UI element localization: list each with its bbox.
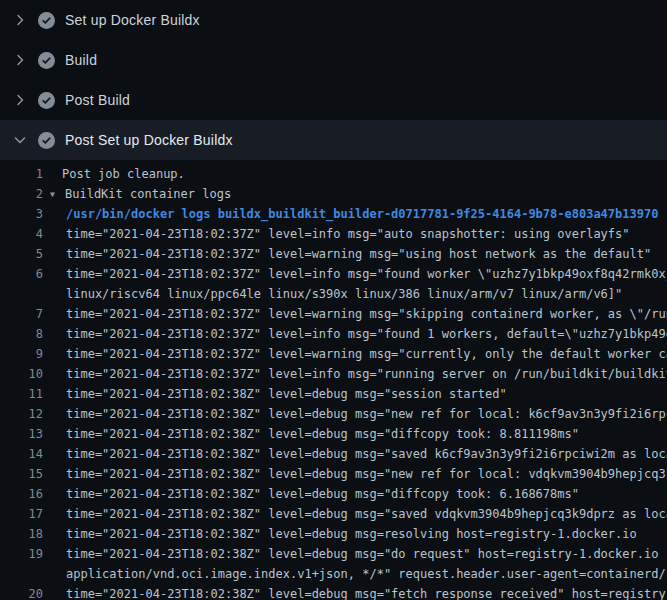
step-section-build[interactable]: Build xyxy=(0,40,667,80)
step-title: Post Build xyxy=(65,92,130,108)
log-line-text: time="2021-04-23T18:02:37Z" level=info m… xyxy=(66,364,667,384)
log-line: 10 time="2021-04-23T18:02:37Z" level=inf… xyxy=(0,364,667,384)
log-line-number[interactable]: 4 xyxy=(0,224,43,244)
log-line: 18 time="2021-04-23T18:02:38Z" level=deb… xyxy=(0,524,667,544)
chevron-right-icon xyxy=(12,92,28,108)
log-line-text: time="2021-04-23T18:02:38Z" level=debug … xyxy=(66,404,667,424)
step-section-post-build[interactable]: Post Build xyxy=(0,80,667,120)
log-line-number[interactable]: 5 xyxy=(0,244,43,264)
log-line-number[interactable]: 15 xyxy=(0,464,43,484)
log-line-number[interactable]: 18 xyxy=(0,524,43,544)
log-line-number[interactable]: 9 xyxy=(0,344,43,364)
log-line-number[interactable]: 10 xyxy=(0,364,43,384)
step-section-set-up-docker-buildx[interactable]: Set up Docker Buildx xyxy=(0,0,667,40)
log-line: 14 time="2021-04-23T18:02:38Z" level=deb… xyxy=(0,444,667,464)
log-line-text: time="2021-04-23T18:02:37Z" level=info m… xyxy=(66,224,630,244)
log-line-text: /usr/bin/docker logs buildx_buildkit_bui… xyxy=(66,204,658,224)
steps-list: Set up Docker Buildx Build Post Build Po… xyxy=(0,0,667,160)
log-line-text: Post job cleanup. xyxy=(62,164,185,184)
chevron-right-icon xyxy=(12,52,28,68)
log-line: application/vnd.oci.image.index.v1+json,… xyxy=(0,564,667,584)
log-line-number[interactable]: 1 xyxy=(0,164,43,184)
log-line: linux/riscv64 linux/ppc64le linux/s390x … xyxy=(0,284,667,304)
log-line-text: application/vnd.oci.image.index.v1+json,… xyxy=(66,564,667,584)
log-line: 13 time="2021-04-23T18:02:38Z" level=deb… xyxy=(0,424,667,444)
log-view: 1 Post job cleanup. 2 ▼BuildKit containe… xyxy=(0,160,667,600)
log-line-text: time="2021-04-23T18:02:38Z" level=debug … xyxy=(66,524,637,544)
check-circle-icon xyxy=(38,52,55,69)
log-line-number[interactable]: 17 xyxy=(0,504,43,524)
chevron-right-icon xyxy=(12,12,28,28)
step-title: Post Set up Docker Buildx xyxy=(65,132,233,148)
check-circle-icon xyxy=(38,12,55,29)
log-line-text: time="2021-04-23T18:02:38Z" level=debug … xyxy=(66,384,507,404)
log-line-number[interactable]: 14 xyxy=(0,444,43,464)
log-line-text: time="2021-04-23T18:02:38Z" level=debug … xyxy=(66,464,667,484)
log-line-number[interactable]: 2 xyxy=(0,184,43,204)
log-line-number[interactable]: 6 xyxy=(0,264,43,284)
log-line-text: time="2021-04-23T18:02:38Z" level=debug … xyxy=(66,484,579,504)
log-line-text[interactable]: ▼BuildKit container logs xyxy=(50,184,231,204)
log-line-text: time="2021-04-23T18:02:38Z" level=debug … xyxy=(66,584,667,600)
log-line: 2 ▼BuildKit container logs xyxy=(0,184,667,204)
log-line-text: linux/riscv64 linux/ppc64le linux/s390x … xyxy=(66,284,622,304)
log-line: 15 time="2021-04-23T18:02:38Z" level=deb… xyxy=(0,464,667,484)
log-line: 4 time="2021-04-23T18:02:37Z" level=info… xyxy=(0,224,667,244)
log-line: 19 time="2021-04-23T18:02:38Z" level=deb… xyxy=(0,544,667,564)
chevron-down-icon xyxy=(12,132,28,148)
log-line: 20 time="2021-04-23T18:02:38Z" level=deb… xyxy=(0,584,667,600)
log-line: 12 time="2021-04-23T18:02:38Z" level=deb… xyxy=(0,404,667,424)
group-label[interactable]: BuildKit container logs xyxy=(65,187,231,201)
check-circle-icon xyxy=(38,132,55,149)
log-line-number[interactable]: 16 xyxy=(0,484,43,504)
log-line: 9 time="2021-04-23T18:02:37Z" level=warn… xyxy=(0,344,667,364)
log-line: 3 /usr/bin/docker logs buildx_buildkit_b… xyxy=(0,204,667,224)
log-line-text: time="2021-04-23T18:02:37Z" level=info m… xyxy=(66,264,667,284)
log-line-number[interactable]: 7 xyxy=(0,304,43,324)
group-toggle-icon[interactable]: ▼ xyxy=(50,185,65,204)
log-line-text: time="2021-04-23T18:02:38Z" level=debug … xyxy=(66,544,667,564)
log-line-text: time="2021-04-23T18:02:38Z" level=debug … xyxy=(66,424,579,444)
log-line-text: time="2021-04-23T18:02:37Z" level=warnin… xyxy=(66,344,667,364)
log-line-text: time="2021-04-23T18:02:37Z" level=warnin… xyxy=(66,244,651,264)
log-line: 5 time="2021-04-23T18:02:37Z" level=warn… xyxy=(0,244,667,264)
log-line-text: time="2021-04-23T18:02:37Z" level=info m… xyxy=(66,324,667,344)
log-line-number[interactable]: 12 xyxy=(0,404,43,424)
log-line-number[interactable] xyxy=(0,564,43,584)
log-line-number[interactable]: 11 xyxy=(0,384,43,404)
log-line: 1 Post job cleanup. xyxy=(0,164,667,184)
log-line-text: time="2021-04-23T18:02:38Z" level=debug … xyxy=(66,504,667,524)
log-line-number[interactable]: 13 xyxy=(0,424,43,444)
step-title: Set up Docker Buildx xyxy=(65,12,200,28)
log-line-text: time="2021-04-23T18:02:37Z" level=warnin… xyxy=(66,304,667,324)
log-line: 16 time="2021-04-23T18:02:38Z" level=deb… xyxy=(0,484,667,504)
log-line-number[interactable]: 8 xyxy=(0,324,43,344)
log-line-number[interactable]: 20 xyxy=(0,584,43,600)
log-line: 11 time="2021-04-23T18:02:38Z" level=deb… xyxy=(0,384,667,404)
log-line-number[interactable] xyxy=(0,284,43,304)
log-line-number[interactable]: 3 xyxy=(0,204,43,224)
log-line: 6 time="2021-04-23T18:02:37Z" level=info… xyxy=(0,264,667,284)
log-line: 7 time="2021-04-23T18:02:37Z" level=warn… xyxy=(0,304,667,324)
log-line-text: time="2021-04-23T18:02:38Z" level=debug … xyxy=(66,444,667,464)
check-circle-icon xyxy=(38,92,55,109)
step-section-post-set-up-docker-buildx[interactable]: Post Set up Docker Buildx xyxy=(0,120,667,160)
step-title: Build xyxy=(65,52,97,68)
log-line-number[interactable]: 19 xyxy=(0,544,43,564)
log-line: 17 time="2021-04-23T18:02:38Z" level=deb… xyxy=(0,504,667,524)
log-line: 8 time="2021-04-23T18:02:37Z" level=info… xyxy=(0,324,667,344)
actions-log-viewer: { "colors": { "bg": "#0b0e13", "header_h… xyxy=(0,0,667,600)
